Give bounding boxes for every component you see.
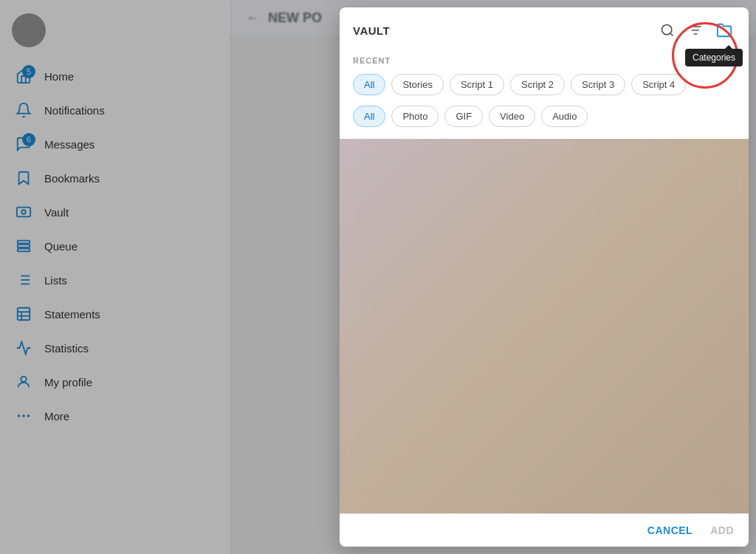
category-chip-all[interactable]: All bbox=[353, 74, 385, 95]
cancel-button[interactable]: CANCEL bbox=[647, 524, 693, 536]
folder-button[interactable]: Categories bbox=[713, 19, 735, 41]
categories-tooltip: Categories bbox=[685, 49, 743, 66]
type-chip-gif[interactable]: GIF bbox=[444, 106, 483, 127]
type-filter-row: AllPhotoGIFVideoAudio bbox=[340, 101, 749, 133]
modal-title: VAULT bbox=[353, 24, 390, 37]
category-filter-row: AllStoriesScript 1Script 2Script 3Script… bbox=[340, 69, 749, 101]
vault-modal: VAULT Categories RECENT AllStoriesScript… bbox=[340, 7, 749, 547]
type-chip-video[interactable]: Video bbox=[489, 106, 535, 127]
svg-line-20 bbox=[670, 33, 673, 36]
modal-header-icons: Categories bbox=[657, 19, 735, 41]
type-chip-audio[interactable]: Audio bbox=[541, 106, 588, 127]
modal-header: VAULT Categories bbox=[340, 7, 749, 50]
category-chip-script1[interactable]: Script 1 bbox=[450, 74, 504, 95]
type-chip-all[interactable]: All bbox=[353, 106, 385, 127]
category-chip-script2[interactable]: Script 2 bbox=[510, 74, 565, 95]
add-button[interactable]: ADD bbox=[710, 524, 734, 536]
svg-point-19 bbox=[662, 25, 672, 35]
modal-footer: CANCEL ADD bbox=[340, 513, 749, 547]
category-chip-script3[interactable]: Script 3 bbox=[571, 74, 625, 95]
filter-button[interactable] bbox=[685, 20, 706, 41]
category-chip-stories[interactable]: Stories bbox=[391, 74, 443, 95]
category-chip-script4[interactable]: Script 4 bbox=[631, 74, 686, 95]
type-chip-photo[interactable]: Photo bbox=[391, 106, 439, 127]
search-button[interactable] bbox=[657, 20, 678, 41]
media-grid bbox=[340, 139, 749, 513]
